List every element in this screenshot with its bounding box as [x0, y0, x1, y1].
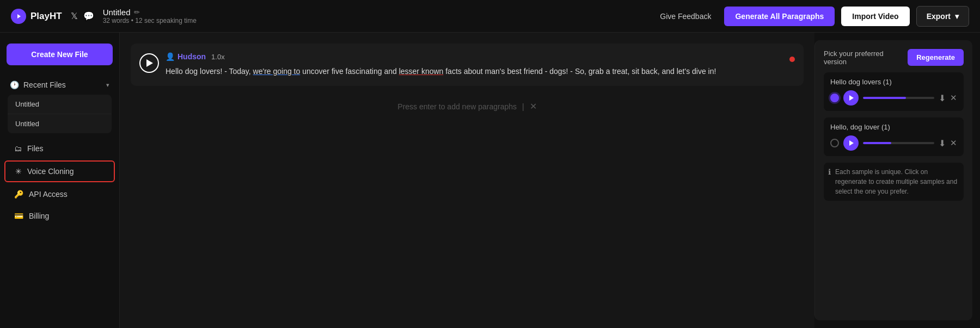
panel-info: ℹ Each sample is unique. Click on regene…	[824, 163, 964, 201]
mini-play-button-2[interactable]	[843, 135, 859, 151]
radio-select-1[interactable]	[830, 94, 839, 102]
voice-row: 👤 Hudson 1.0x	[166, 52, 783, 61]
progress-bar-2	[863, 142, 934, 144]
file-meta: 32 words • 12 sec speaking time	[103, 17, 197, 24]
text-before-blue: Hello dog lovers! - Today,	[166, 67, 253, 76]
hint-text: Press enter to add new paragraphs	[397, 102, 517, 111]
export-label: Export	[927, 12, 951, 21]
file-name-row: Untitled ✏	[103, 8, 197, 17]
feedback-button[interactable]: Give Feedback	[653, 8, 718, 25]
chevron-down-icon: ▾	[106, 82, 109, 89]
recent-files-header[interactable]: 🕐 Recent Files ▾	[8, 77, 112, 92]
paragraph-text[interactable]: Hello dog lovers! - Today, we're going t…	[166, 65, 783, 77]
mini-play-button-1[interactable]	[843, 90, 859, 106]
logo: PlayHT	[11, 9, 62, 24]
new-paragraph-hint: Press enter to add new paragraphs | ✕	[131, 92, 804, 120]
recording-indicator	[789, 57, 795, 62]
version-controls-1: ⬇ ✕	[830, 90, 957, 106]
create-new-button[interactable]: Create New File	[7, 44, 113, 65]
recent-files-label: Recent Files	[23, 81, 66, 89]
billing-label: Billing	[29, 212, 49, 220]
recent-files-section: 🕐 Recent Files ▾ Untitled Untitled	[0, 74, 119, 137]
mini-play-icon-1	[849, 95, 854, 101]
logo-icon	[11, 9, 26, 24]
close-version-2[interactable]: ✕	[950, 138, 957, 148]
paragraph-text-area: 👤 Hudson 1.0x Hello dog lovers! - Today,…	[166, 52, 783, 77]
generate-button[interactable]: Generate All Paragraphs	[724, 7, 835, 26]
voice-cloning-icon: ✳	[15, 167, 22, 176]
info-text: Each sample is unique. Click on regenera…	[835, 167, 959, 196]
files-label: Files	[27, 144, 44, 153]
dismiss-hint-button[interactable]: ✕	[530, 101, 537, 112]
key-icon: 🔑	[14, 190, 23, 199]
api-access-label: API Access	[29, 190, 68, 199]
info-icon: ℹ	[828, 168, 831, 176]
recent-file-item[interactable]: Untitled	[8, 95, 112, 114]
text-blue-underline: we're going to	[253, 67, 301, 76]
sidebar: Create New File 🕐 Recent Files ▾ Untitle…	[0, 33, 120, 328]
social-icons: 𝕏 💬	[71, 11, 94, 21]
header-left: PlayHT 𝕏 💬 Untitled ✏ 32 words • 12 sec …	[11, 8, 197, 24]
folder-icon: 🗂	[14, 144, 22, 153]
version-controls-2: ⬇ ✕	[830, 135, 957, 151]
mini-play-icon-2	[849, 140, 854, 146]
sidebar-item-files[interactable]: 🗂 Files	[4, 139, 115, 158]
download-icon-2[interactable]: ⬇	[939, 138, 946, 148]
clock-icon: 🕐	[10, 81, 19, 89]
version-item-2: Hello, dog lover (1) ⬇ ✕	[824, 117, 964, 156]
version-label-2: Hello, dog lover (1)	[830, 123, 957, 131]
voice-name-label: Hudson	[177, 52, 206, 61]
sidebar-item-voice-cloning[interactable]: ✳ Voice Cloning	[4, 160, 115, 182]
play-icon	[146, 59, 153, 67]
panel-title: Pick your preferred version	[824, 49, 908, 66]
discord-icon[interactable]: 💬	[83, 11, 94, 21]
import-button[interactable]: Import Video	[841, 7, 909, 26]
right-panel: Pick your preferred version Regenerate H…	[814, 40, 972, 320]
twitter-icon[interactable]: 𝕏	[71, 11, 78, 21]
sidebar-item-billing[interactable]: 💳 Billing	[4, 206, 115, 226]
play-button[interactable]	[139, 53, 159, 73]
sidebar-item-api-access[interactable]: 🔑 API Access	[4, 184, 115, 204]
content-area: 👤 Hudson 1.0x Hello dog lovers! - Today,…	[120, 33, 814, 328]
header: PlayHT 𝕏 💬 Untitled ✏ 32 words • 12 sec …	[0, 0, 980, 33]
main-layout: Create New File 🕐 Recent Files ▾ Untitle…	[0, 33, 980, 328]
radio-select-2[interactable]	[830, 139, 839, 147]
voice-name[interactable]: 👤 Hudson	[166, 52, 206, 61]
voice-cloning-label: Voice Cloning	[27, 167, 74, 176]
export-button[interactable]: Export ▾	[916, 6, 969, 27]
file-info: Untitled ✏ 32 words • 12 sec speaking ti…	[103, 8, 197, 24]
chevron-down-icon: ▾	[955, 12, 959, 21]
hint-separator: |	[522, 102, 524, 111]
user-icon: 👤	[166, 52, 175, 61]
file-name: Untitled	[103, 8, 131, 17]
text-after: facts about man's best friend - dogs! - …	[443, 67, 716, 76]
billing-icon: 💳	[14, 212, 23, 220]
progress-fill-1	[863, 97, 906, 99]
header-right: Give Feedback Generate All Paragraphs Im…	[653, 6, 969, 27]
download-icon-1[interactable]: ⬇	[939, 93, 946, 103]
text-middle: uncover five fascinating and	[300, 67, 399, 76]
close-version-1[interactable]: ✕	[950, 93, 957, 103]
regenerate-button[interactable]: Regenerate	[908, 49, 964, 66]
paragraph-block: 👤 Hudson 1.0x Hello dog lovers! - Today,…	[131, 44, 804, 86]
text-red-underline: lesser known	[399, 67, 444, 76]
logo-text: PlayHT	[30, 11, 62, 22]
progress-bar-1	[863, 97, 934, 99]
panel-header: Pick your preferred version Regenerate	[824, 49, 964, 66]
progress-fill-2	[863, 142, 891, 144]
recent-file-item[interactable]: Untitled	[8, 114, 112, 133]
version-label-1: Hello dog lovers (1)	[830, 78, 957, 86]
version-item-1: Hello dog lovers (1) ⬇ ✕	[824, 72, 964, 111]
speed-badge: 1.0x	[211, 53, 225, 61]
recent-files-list: Untitled Untitled	[8, 95, 112, 133]
edit-icon[interactable]: ✏	[134, 8, 140, 16]
